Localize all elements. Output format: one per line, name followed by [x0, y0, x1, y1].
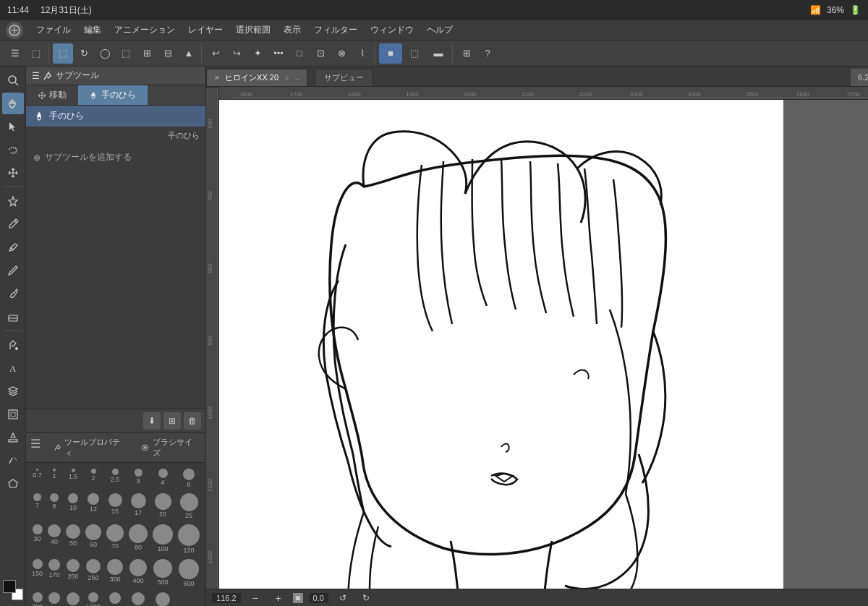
brush-2.5[interactable]: 2.5 — [105, 467, 125, 490]
toolbar-paste-btn[interactable]: ⊟ — [158, 43, 178, 64]
tool-move[interactable] — [2, 162, 24, 184]
brush-1500[interactable]: 1500 — [105, 591, 125, 606]
subtool-menu-icon[interactable]: ☰ — [32, 71, 40, 81]
tool-gradient[interactable] — [2, 450, 24, 471]
brush-2[interactable]: 2 — [84, 467, 103, 490]
brush-500[interactable]: 500 — [151, 558, 174, 589]
tool-3d[interactable] — [2, 404, 24, 425]
toolbar-color2-btn[interactable]: ⬚ — [403, 43, 426, 64]
brush-40[interactable]: 40 — [46, 523, 62, 555]
toolbar-up-btn[interactable]: ▲ — [179, 43, 199, 64]
tool-star[interactable] — [2, 190, 24, 212]
toolbar-color3-btn[interactable]: ▬ — [427, 43, 450, 64]
subtool-item-hand[interactable]: 手のひら — [26, 106, 205, 127]
brush-150[interactable]: 150 — [30, 558, 44, 589]
menu-filter[interactable]: フィルター — [308, 22, 363, 38]
toolbar-grid-btn[interactable]: ⊞ — [456, 43, 477, 64]
zoom-indicator[interactable]: 6.2% — [851, 69, 868, 86]
brush-30[interactable]: 30 — [30, 523, 44, 555]
brush-50[interactable]: 50 — [64, 523, 82, 555]
toolbar-menu-btn[interactable]: ☰ — [5, 43, 25, 64]
brush-100[interactable]: 100 — [151, 523, 174, 555]
brush-12[interactable]: 12 — [84, 492, 103, 521]
tool-fill[interactable] — [2, 334, 24, 356]
menu-file[interactable]: ファイル — [30, 22, 77, 38]
tool-star2[interactable] — [2, 427, 24, 448]
brush-10[interactable]: 10 — [64, 492, 82, 521]
canvas-tab-main[interactable]: ✕ ヒロインXX 20 × – — [206, 69, 307, 86]
brush-200[interactable]: 200 — [64, 558, 82, 589]
toolbar-ellipse-btn[interactable]: ◯ — [95, 43, 115, 64]
toolbar-redo-btn[interactable]: ↪ — [226, 43, 247, 64]
app-icon[interactable] — [6, 22, 23, 39]
brush-70[interactable]: 70 — [105, 523, 125, 555]
brush-0.7[interactable]: 0.7 — [30, 467, 44, 490]
menu-view[interactable]: 表示 — [278, 22, 307, 38]
toolbar-square-btn[interactable]: □ — [289, 43, 310, 64]
brush-2000[interactable]: 2000 — [151, 591, 174, 606]
toolbar-help-btn[interactable]: ? — [477, 43, 498, 64]
menu-selection[interactable]: 選択範囲 — [230, 22, 276, 38]
brush-25[interactable]: 25 — [176, 492, 201, 521]
brush-400[interactable]: 400 — [127, 558, 149, 589]
toolbar-eraser-btn[interactable]: ⊡ — [310, 43, 331, 64]
toolbar-select-btn[interactable]: ⬚ — [53, 43, 73, 64]
brush-1.5[interactable]: 1.5 — [64, 467, 82, 490]
toolbar-brush-btn[interactable]: ⌇ — [352, 43, 373, 64]
tool-eyedropper[interactable] — [2, 213, 24, 235]
tool-lasso[interactable] — [2, 139, 24, 161]
tool-select-arrow[interactable] — [2, 116, 24, 137]
brush-1000[interactable]: 1000 — [64, 591, 82, 606]
tp-menu-icon[interactable]: ☰ — [26, 433, 45, 462]
brush-170[interactable]: 170 — [46, 558, 62, 589]
tool-pen[interactable] — [2, 236, 24, 258]
toolbar-color1-btn[interactable]: ■ — [379, 43, 402, 64]
brush-80[interactable]: 80 — [127, 523, 149, 555]
tool-layers[interactable] — [2, 380, 24, 402]
brush-600[interactable]: 600 — [176, 558, 201, 589]
color-fg-chip[interactable] — [3, 580, 16, 593]
tool-eraser[interactable] — [2, 306, 24, 328]
rotate-right-btn[interactable]: ↻ — [357, 589, 375, 607]
subtool-copy-btn[interactable]: ⊞ — [163, 412, 181, 430]
menu-window[interactable]: ウィンドウ — [365, 22, 420, 38]
menu-layer[interactable]: レイヤー — [182, 22, 229, 38]
toolbar-eye-btn[interactable]: ⊗ — [331, 43, 352, 64]
menu-help[interactable]: ヘルプ — [421, 22, 459, 38]
canvas-viewport[interactable] — [219, 100, 868, 589]
canvas-tab-subview[interactable]: サブビュー — [315, 69, 373, 86]
tool-polygon[interactable] — [2, 473, 24, 495]
rotate-left-btn[interactable]: ↺ — [334, 589, 352, 607]
zoom-out-btn[interactable]: − — [247, 589, 264, 607]
brush-700[interactable]: 700 — [30, 591, 44, 606]
brush-size-tab[interactable]: ブラシサイズ — [132, 433, 205, 462]
toolbar-copy-btn[interactable]: ⊞ — [137, 43, 157, 64]
brush-800[interactable]: 800 — [46, 591, 62, 606]
brush-20[interactable]: 20 — [151, 492, 174, 521]
brush-17[interactable]: 17 — [127, 492, 149, 521]
toolbar-sparkle-btn[interactable]: ✦ — [247, 43, 268, 64]
brush-15[interactable]: 15 — [105, 492, 125, 521]
tool-pencil[interactable] — [2, 260, 24, 281]
brush-4[interactable]: 4 — [151, 467, 174, 490]
zoom-in-btn[interactable]: + — [270, 589, 287, 607]
subtool-tab-move[interactable]: 移動 — [26, 85, 78, 105]
brush-1200[interactable]: 1200 — [84, 591, 103, 606]
tool-zoom[interactable] — [2, 69, 24, 91]
canvas-tab-minus[interactable]: – — [294, 74, 299, 82]
brush-6[interactable]: 6 — [176, 467, 201, 490]
brush-250[interactable]: 250 — [84, 558, 103, 589]
tab-close-icon[interactable]: ✕ — [214, 74, 220, 82]
stop-btn[interactable]: ■ — [293, 593, 303, 603]
add-subtool-btn[interactable]: ⊕ サブツールを追加する — [26, 144, 205, 171]
brush-300[interactable]: 300 — [105, 558, 125, 589]
brush-7[interactable]: 7 — [30, 492, 44, 521]
menu-edit[interactable]: 編集 — [78, 22, 107, 38]
toolbar-expand-btn[interactable]: ⬚ — [26, 43, 46, 64]
brush-3[interactable]: 3 — [127, 467, 149, 490]
toolbar-rotate-btn[interactable]: ↻ — [74, 43, 94, 64]
menu-animation[interactable]: アニメーション — [109, 22, 181, 38]
subtool-download-btn[interactable]: ⬇ — [143, 412, 161, 430]
tool-property-tab[interactable]: ツールプロパティ — [45, 433, 132, 462]
brush-120[interactable]: 120 — [176, 523, 201, 555]
